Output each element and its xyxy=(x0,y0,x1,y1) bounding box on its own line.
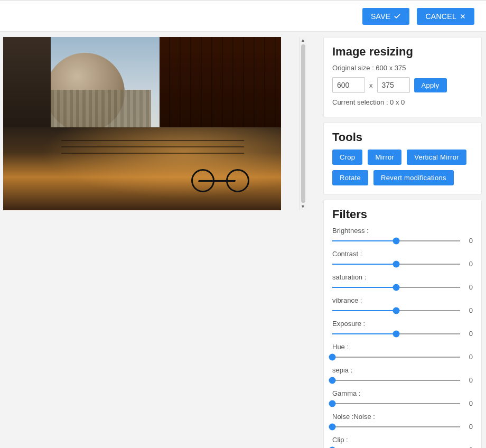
slider-hue[interactable] xyxy=(332,353,460,361)
slider-handle-noise[interactable] xyxy=(329,423,336,430)
filter-noise: Noise :Noise :0 xyxy=(332,413,473,431)
image-preview[interactable] xyxy=(3,37,281,210)
filter-label-contrast: Contrast : xyxy=(332,250,473,258)
filter-brightness: Brightness :0 xyxy=(332,227,473,245)
crop-button[interactable]: Crop xyxy=(332,150,362,165)
slider-value-saturation: 0 xyxy=(465,283,473,291)
height-input[interactable] xyxy=(377,77,410,93)
mirror-button[interactable]: Mirror xyxy=(368,150,401,165)
filter-saturation: saturation :0 xyxy=(332,273,473,291)
slider-handle-gamma[interactable] xyxy=(329,400,336,407)
filter-gamma: Gamma :0 xyxy=(332,389,473,407)
slider-exposure[interactable] xyxy=(332,330,460,338)
close-icon xyxy=(460,13,466,20)
slider-value-gamma: 0 xyxy=(465,399,473,407)
save-button[interactable]: SAVE xyxy=(362,8,410,25)
cancel-button-label: CANCEL xyxy=(425,12,456,21)
slider-value-contrast: 0 xyxy=(465,260,473,268)
header-bar: SAVE CANCEL xyxy=(0,1,486,32)
slider-value-hue: 0 xyxy=(465,353,473,361)
slider-handle-contrast[interactable] xyxy=(393,260,400,267)
scroll-up-icon[interactable]: ▲ xyxy=(301,38,305,43)
rotate-button-label: Rotate xyxy=(340,174,361,182)
mirror-button-label: Mirror xyxy=(375,153,394,161)
filter-label-noise: Noise :Noise : xyxy=(332,413,473,421)
slider-clip[interactable] xyxy=(332,446,460,449)
filter-contrast: Contrast :0 xyxy=(332,250,473,268)
slider-handle-saturation[interactable] xyxy=(393,284,400,291)
dimension-separator: x xyxy=(369,81,373,89)
rotate-button[interactable]: Rotate xyxy=(332,170,368,185)
filter-clip: Clip :0 xyxy=(332,436,473,448)
panel-resizing: Image resizing Original size : 600 x 375… xyxy=(323,37,482,117)
slider-handle-sepia[interactable] xyxy=(329,377,336,384)
filter-sepia: sepia :0 xyxy=(332,366,473,384)
filter-label-sepia: sepia : xyxy=(332,366,473,374)
filter-label-exposure: Exposure : xyxy=(332,320,473,328)
filter-label-brightness: Brightness : xyxy=(332,227,473,235)
apply-button[interactable]: Apply xyxy=(414,78,447,92)
current-selection-label: Current selection : 0 x 0 xyxy=(332,98,473,106)
panel-tools: Tools Crop Mirror Vertical Mirror Rotate… xyxy=(323,123,482,194)
original-size-label: Original size : 600 x 375 xyxy=(332,64,473,72)
slider-saturation[interactable] xyxy=(332,284,460,291)
filter-vibrance: vibrance :0 xyxy=(332,296,473,314)
filter-exposure: Exposure :0 xyxy=(332,320,473,338)
slider-brightness[interactable] xyxy=(332,237,460,245)
slider-value-brightness: 0 xyxy=(465,237,473,245)
slider-value-clip: 0 xyxy=(465,446,473,448)
slider-sepia[interactable] xyxy=(332,377,460,384)
slider-handle-vibrance[interactable] xyxy=(393,307,400,314)
resizing-title: Image resizing xyxy=(332,45,473,59)
sidebar: Image resizing Original size : 600 x 375… xyxy=(321,32,486,448)
slider-handle-brightness[interactable] xyxy=(393,237,400,244)
slider-handle-exposure[interactable] xyxy=(393,330,400,337)
filter-label-hue: Hue : xyxy=(332,343,473,351)
canvas-area: ▲ ▼ xyxy=(0,32,321,448)
slider-contrast[interactable] xyxy=(332,260,460,268)
vertical-mirror-button[interactable]: Vertical Mirror xyxy=(407,150,466,165)
slider-gamma[interactable] xyxy=(332,400,460,407)
slider-value-vibrance: 0 xyxy=(465,306,473,314)
filter-label-vibrance: vibrance : xyxy=(332,296,473,304)
filter-label-saturation: saturation : xyxy=(332,273,473,281)
filter-hue: Hue :0 xyxy=(332,343,473,361)
slider-noise[interactable] xyxy=(332,423,460,431)
check-icon xyxy=(394,13,401,20)
tools-title: Tools xyxy=(332,130,473,144)
scroll-down-icon[interactable]: ▼ xyxy=(301,204,305,209)
save-button-label: SAVE xyxy=(371,12,391,21)
filter-label-gamma: Gamma : xyxy=(332,389,473,397)
vertical-mirror-button-label: Vertical Mirror xyxy=(414,153,459,161)
revert-button[interactable]: Revert modifications xyxy=(373,170,454,185)
width-input[interactable] xyxy=(332,77,365,93)
cancel-button[interactable]: CANCEL xyxy=(417,8,474,25)
revert-button-label: Revert modifications xyxy=(381,174,446,182)
crop-button-label: Crop xyxy=(340,153,355,161)
scrollbar-thumb[interactable] xyxy=(301,44,305,203)
panel-filters: Filters Brightness :0Contrast :0saturati… xyxy=(323,200,482,448)
slider-value-sepia: 0 xyxy=(465,376,473,384)
slider-handle-hue[interactable] xyxy=(329,353,336,360)
apply-button-label: Apply xyxy=(422,81,440,89)
slider-value-exposure: 0 xyxy=(465,330,473,338)
slider-value-noise: 0 xyxy=(465,423,473,431)
workspace: ▲ ▼ Image resizing Original size : 600 x… xyxy=(0,32,486,448)
filter-label-clip: Clip : xyxy=(332,436,473,444)
slider-vibrance[interactable] xyxy=(332,307,460,314)
filters-title: Filters xyxy=(332,208,473,221)
vertical-scrollbar[interactable]: ▲ ▼ xyxy=(299,37,306,210)
